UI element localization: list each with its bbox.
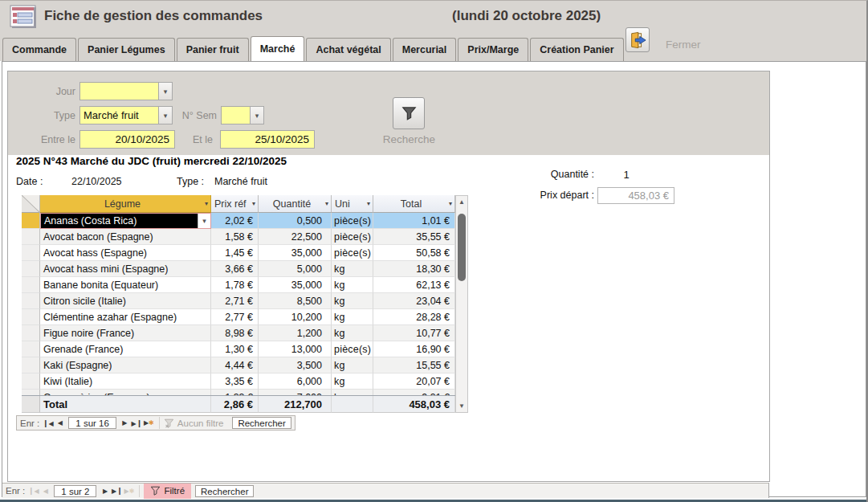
new-record-icon[interactable]: ▶✱ (123, 488, 135, 495)
unite-cell[interactable]: kg (332, 261, 373, 277)
table-row[interactable]: Banane bonita (Equateur)1,78 €35,000kg62… (22, 277, 468, 293)
type-detail-value[interactable]: Marché fruit (214, 176, 267, 187)
quantite-cell[interactable]: 1,200 (259, 325, 332, 341)
legume-cell[interactable]: Clémentine azahar (Espagne) (40, 309, 211, 325)
combo-dropdown-button[interactable]: ▾ (198, 214, 210, 228)
total-cell[interactable]: 28,28 € (373, 309, 455, 325)
column-dropdown-icon[interactable]: ▾ (205, 200, 210, 207)
total-cell[interactable]: 9,31 € (373, 390, 455, 395)
unite-cell[interactable]: kg (332, 357, 373, 373)
column-header-legume[interactable]: Légume ▾ (40, 195, 211, 213)
tab-cr-ation-panier[interactable]: Création Panier (530, 38, 623, 61)
table-row[interactable]: Citron sicile (Italie)2,71 €8,500kg23,04… (22, 293, 468, 309)
filtered-indicator[interactable]: Filtré (144, 484, 191, 499)
scroll-up-icon[interactable]: ▲ (456, 196, 467, 208)
column-dropdown-icon[interactable]: ▾ (325, 200, 331, 207)
unite-cell[interactable]: kg (332, 293, 373, 309)
row-selector[interactable] (22, 357, 40, 373)
semaine-combobox[interactable]: ▾ (221, 106, 264, 124)
tab-mercurial[interactable]: Mercurial (393, 38, 457, 61)
first-record-icon[interactable]: ❙◀ (42, 419, 54, 427)
quantite-cell[interactable]: 3,500 (259, 357, 332, 373)
tab-march-[interactable]: Marché (251, 36, 305, 61)
quantite-cell[interactable]: 7,000 (259, 390, 332, 395)
prix-ref-cell[interactable]: 2,77 € (211, 309, 259, 325)
legume-cell[interactable]: Grenade (France) (40, 341, 211, 357)
prix-ref-cell[interactable]: 1,33 € (211, 390, 259, 395)
quantite-cell[interactable]: 6,000 (259, 373, 332, 390)
row-selector[interactable] (22, 245, 40, 261)
quantite-cell[interactable]: 8,500 (259, 293, 332, 309)
unite-cell[interactable]: kg (332, 325, 373, 341)
date-fin-field[interactable]: 25/10/2025 (220, 130, 315, 149)
price-depart-field[interactable]: 458,03 € (597, 187, 674, 204)
row-selector[interactable] (22, 261, 40, 277)
legume-cell[interactable]: Ananas (Costa Rica)▾ (40, 213, 211, 229)
tab-commande[interactable]: Commande (2, 38, 76, 61)
next-record-icon[interactable]: ▶ (119, 419, 131, 426)
prix-ref-cell[interactable]: 3,35 € (211, 373, 259, 390)
quantite-cell[interactable]: 10,200 (259, 309, 332, 325)
table-row[interactable]: Kaki (Espagne)4,44 €3,500kg15,55 € (22, 357, 468, 373)
row-selector[interactable] (22, 325, 40, 341)
previous-record-icon[interactable]: ◀ (39, 488, 51, 495)
prix-ref-cell[interactable]: 1,78 € (211, 277, 259, 293)
first-record-icon[interactable]: ❙◀ (27, 487, 39, 495)
prix-ref-cell[interactable]: 8,98 € (211, 325, 259, 341)
vertical-scrollbar[interactable]: ▲ ▼ (455, 195, 468, 413)
quantite-cell[interactable]: 13,000 (259, 341, 332, 357)
tab-panier-l-gumes[interactable]: Panier Légumes (78, 38, 175, 61)
unite-cell[interactable]: pièce(s) (332, 245, 373, 261)
tab-panier-fruit[interactable]: Panier fruit (177, 38, 249, 61)
row-selector[interactable] (22, 309, 40, 325)
prix-ref-cell[interactable]: 2,71 € (211, 293, 259, 309)
table-row[interactable]: Avocat hass mini (Espagne)3,66 €5,000kg1… (22, 261, 468, 277)
legume-cell[interactable]: Figue noire (France) (40, 325, 211, 341)
column-header-quantite[interactable]: Quantité ▾ (259, 195, 332, 213)
close-form-button[interactable] (626, 27, 650, 52)
table-row[interactable]: Ananas (Costa Rica)▾2,02 €0,500pièce(s)1… (22, 213, 468, 229)
prix-ref-cell[interactable]: 2,02 € (211, 213, 259, 229)
previous-record-icon[interactable]: ◀ (54, 419, 66, 426)
table-row[interactable]: Figue noire (France)8,98 €1,200kg10,77 € (22, 325, 468, 341)
total-cell[interactable]: 35,55 € (373, 229, 455, 245)
legume-cell[interactable]: Orange à jus (Espagne) (40, 390, 211, 395)
legume-cell[interactable]: Kaki (Espagne) (40, 357, 211, 373)
prix-ref-cell[interactable]: 1,58 € (211, 229, 259, 245)
recherche-button[interactable] (393, 97, 425, 129)
quantite-cell[interactable]: 35,000 (259, 277, 332, 293)
total-cell[interactable]: 10,77 € (373, 325, 455, 341)
quantite-cell[interactable]: 22,500 (259, 229, 332, 245)
legume-cell[interactable]: Banane bonita (Equateur) (40, 277, 211, 293)
row-selector[interactable] (22, 373, 40, 390)
quantite-cell[interactable]: 35,000 (259, 245, 332, 261)
column-dropdown-icon[interactable]: ▾ (449, 200, 454, 207)
table-row[interactable]: Avocat hass (Espagne)1,45 €35,000pièce(s… (22, 245, 468, 261)
row-selector[interactable] (22, 341, 40, 357)
prix-ref-cell[interactable]: 1,30 € (211, 341, 259, 357)
unite-cell[interactable]: kg (332, 277, 373, 293)
row-selector[interactable] (22, 229, 40, 245)
table-row[interactable]: Orange à jus (Espagne)1,33 €7,000kg9,31 … (22, 390, 468, 395)
tab-prix-marge[interactable]: Prix/Marge (458, 38, 528, 61)
select-all-corner[interactable] (22, 195, 40, 213)
quantite-cell[interactable]: 0,500 (259, 213, 332, 229)
legume-cell[interactable]: Kiwi (Italie) (40, 373, 211, 390)
column-header-total[interactable]: Total ▾ (373, 195, 455, 213)
date-debut-field[interactable]: 20/10/2025 (79, 130, 175, 149)
total-cell[interactable]: 23,04 € (373, 293, 455, 309)
row-selector[interactable] (22, 390, 40, 395)
quantite-cell[interactable]: 5,000 (259, 261, 332, 277)
legume-cell[interactable]: Citron sicile (Italie) (40, 293, 211, 309)
chevron-down-icon[interactable]: ▾ (250, 107, 263, 124)
legume-cell[interactable]: Avocat hass mini (Espagne) (40, 261, 211, 277)
row-selector[interactable] (22, 293, 40, 309)
column-dropdown-icon[interactable]: ▾ (367, 200, 373, 207)
total-cell[interactable]: 62,13 € (373, 277, 455, 293)
total-cell[interactable]: 20,07 € (373, 373, 455, 390)
scrollbar-thumb[interactable] (458, 214, 466, 281)
row-selector[interactable] (22, 213, 40, 229)
table-row[interactable]: Clémentine azahar (Espagne)2,77 €10,200k… (22, 309, 468, 325)
total-cell[interactable]: 18,30 € (373, 261, 455, 277)
column-header-uni[interactable]: Uni ▾ (332, 195, 373, 213)
